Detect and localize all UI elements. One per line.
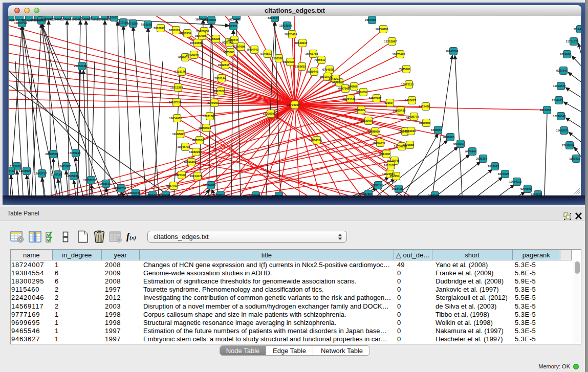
svg-text:10046738: 10046738 — [178, 145, 190, 148]
svg-text:9827508: 9827508 — [195, 34, 206, 37]
svg-text:19654985: 19654985 — [169, 117, 182, 120]
svg-text:3915441: 3915441 — [9, 169, 15, 172]
svg-text:16099489: 16099489 — [184, 161, 197, 164]
svg-text:13495778: 13495778 — [406, 115, 419, 118]
svg-text:20206536: 20206536 — [46, 152, 58, 156]
svg-text:1980546: 1980546 — [227, 38, 238, 41]
svg-text:15692971: 15692971 — [556, 129, 569, 132]
svg-text:3498222: 3498222 — [189, 150, 200, 154]
svg-text:8813054: 8813054 — [268, 16, 279, 19]
svg-text:16543382: 16543382 — [190, 41, 203, 45]
svg-text:3267130: 3267130 — [203, 115, 214, 118]
svg-text:1640954: 1640954 — [431, 128, 443, 132]
svg-text:9115460: 9115460 — [419, 105, 429, 108]
svg-text:6679197: 6679197 — [453, 142, 465, 145]
svg-text:13716485: 13716485 — [203, 184, 216, 187]
svg-text:7357274: 7357274 — [226, 25, 238, 28]
svg-text:8912954: 8912954 — [180, 32, 192, 35]
svg-text:8878334: 8878334 — [192, 139, 204, 142]
svg-text:1543201: 1543201 — [329, 77, 340, 80]
svg-text:6734028: 6734028 — [322, 68, 334, 71]
svg-text:2056192: 2056192 — [428, 194, 439, 195]
svg-text:16914479: 16914479 — [190, 174, 203, 178]
svg-text:16107554: 16107554 — [169, 101, 182, 104]
svg-text:9245052: 9245052 — [531, 193, 542, 195]
svg-text:252254: 252254 — [390, 174, 400, 178]
svg-text:1588520: 1588520 — [272, 57, 283, 60]
svg-text:18807249: 18807249 — [373, 141, 385, 144]
svg-text:2687682: 2687682 — [365, 18, 376, 21]
svg-text:7657981: 7657981 — [272, 194, 283, 195]
svg-text:2367608: 2367608 — [234, 45, 245, 48]
svg-text:1295731: 1295731 — [145, 193, 157, 195]
svg-text:1244415: 1244415 — [552, 99, 563, 102]
svg-text:10973493: 10973493 — [393, 53, 405, 56]
svg-text:10025433: 10025433 — [393, 109, 406, 112]
svg-text:19384554: 19384554 — [309, 139, 322, 142]
svg-text:9227342: 9227342 — [556, 69, 568, 72]
svg-text:14055724: 14055724 — [14, 21, 28, 25]
svg-text:9676208: 9676208 — [159, 193, 170, 195]
svg-text:1185061: 1185061 — [10, 165, 20, 168]
svg-text:9242848: 9242848 — [218, 63, 229, 67]
svg-text:9474444: 9474444 — [465, 150, 477, 153]
svg-text:3170061: 3170061 — [207, 101, 219, 104]
svg-text:18724007: 18724007 — [287, 103, 300, 106]
svg-text:10325419: 10325419 — [285, 33, 297, 36]
svg-text:12942757: 12942757 — [34, 172, 47, 175]
svg-text:8322037: 8322037 — [283, 60, 294, 63]
svg-text:7386322: 7386322 — [354, 108, 365, 112]
svg-text:13654923: 13654923 — [403, 129, 416, 133]
svg-text:3624554: 3624554 — [356, 91, 368, 94]
svg-text:8290651: 8290651 — [213, 193, 225, 195]
svg-text:11156829: 11156829 — [19, 169, 31, 172]
svg-text:1020858: 1020858 — [403, 143, 414, 146]
svg-text:1167533: 1167533 — [569, 157, 580, 160]
svg-text:9146821: 9146821 — [260, 52, 272, 55]
svg-text:9699695: 9699695 — [419, 121, 430, 124]
svg-text:9084067: 9084067 — [379, 152, 390, 156]
svg-text:17957253: 17957253 — [83, 179, 96, 182]
svg-text:9245052: 9245052 — [520, 187, 532, 190]
svg-text:16120746: 16120746 — [387, 159, 400, 162]
svg-text:13975115: 13975115 — [401, 83, 414, 86]
svg-text:1615132: 1615132 — [384, 164, 395, 167]
svg-text:14136141: 14136141 — [371, 184, 383, 187]
svg-text:16782759: 16782759 — [114, 187, 126, 190]
svg-text:10807487: 10807487 — [369, 97, 382, 100]
svg-text:16033809: 16033809 — [204, 18, 216, 21]
svg-text:7485063: 7485063 — [399, 68, 410, 71]
svg-text:23226058: 23226058 — [197, 30, 209, 33]
svg-text:18300295: 18300295 — [263, 112, 276, 115]
svg-text:12505135: 12505135 — [66, 174, 79, 178]
svg-text:16961758: 16961758 — [306, 52, 318, 55]
svg-text:10958107: 10958107 — [98, 182, 111, 185]
svg-text:8660124: 8660124 — [169, 29, 181, 32]
svg-text:1145193: 1145193 — [51, 173, 61, 176]
svg-text:9214483: 9214483 — [229, 18, 241, 21]
svg-text:12213363: 12213363 — [170, 86, 183, 89]
svg-text:1362615: 1362615 — [295, 65, 306, 68]
svg-text:1733426: 1733426 — [391, 187, 403, 190]
svg-text:7515520: 7515520 — [107, 16, 118, 19]
svg-text:2718176: 2718176 — [175, 70, 186, 73]
svg-text:20364436: 20364436 — [343, 97, 356, 100]
svg-text:10688609: 10688609 — [367, 130, 380, 133]
svg-text:8990443: 8990443 — [307, 70, 318, 73]
svg-text:18640910: 18640910 — [295, 41, 308, 45]
svg-text:15751074: 15751074 — [566, 40, 579, 43]
svg-text:16154808: 16154808 — [376, 28, 388, 31]
svg-text:20053346: 20053346 — [74, 64, 87, 68]
svg-text:2803144: 2803144 — [214, 77, 226, 80]
svg-text:2935114: 2935114 — [476, 157, 487, 160]
svg-text:1112408: 1112408 — [573, 28, 581, 31]
svg-text:3215953: 3215953 — [540, 108, 551, 112]
svg-text:1020095: 1020095 — [249, 194, 260, 195]
svg-text:17016504: 17016504 — [562, 144, 575, 147]
svg-text:10654112: 10654112 — [509, 180, 522, 183]
svg-text:7515520: 7515520 — [141, 23, 152, 26]
svg-text:7663822: 7663822 — [154, 27, 165, 30]
svg-text:20691406: 20691406 — [34, 19, 47, 22]
svg-text:8471626: 8471626 — [498, 172, 509, 176]
svg-text:10648764: 10648764 — [446, 50, 459, 53]
